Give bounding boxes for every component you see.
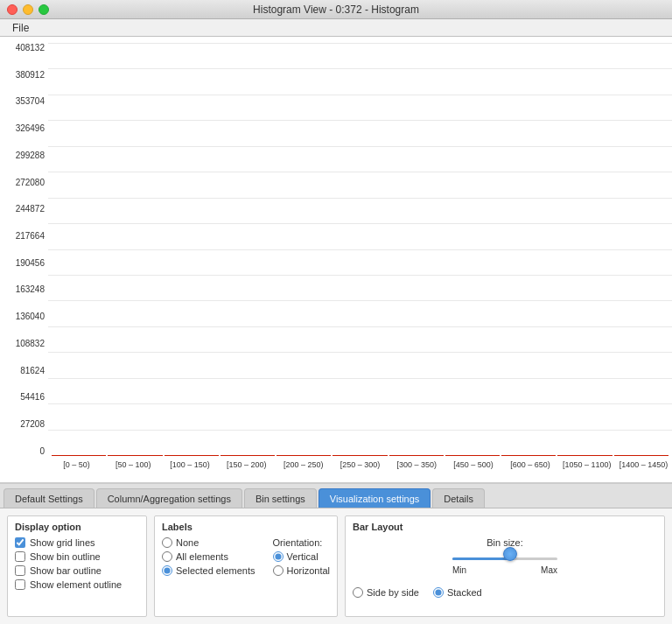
label-all-radio[interactable] — [162, 551, 172, 562]
show-bar-outline-label: Show bar outline — [30, 565, 102, 576]
x-label-3: [150 – 200) — [218, 460, 275, 469]
bar-group-3 — [220, 455, 275, 456]
label-none-label: None — [176, 537, 199, 548]
y-label-5: 272080 — [16, 179, 45, 187]
settings-content: Display option Show grid lines Show bin … — [0, 508, 672, 624]
radio-row-stacked: Stacked — [433, 587, 482, 598]
x-axis: [0 – 50) [50 – 100) [100 – 150) [150 – 2… — [48, 458, 672, 482]
label-none-radio[interactable] — [162, 537, 172, 548]
radio-row-horizontal: Horizontal — [273, 565, 331, 576]
show-bin-outline-label: Show bin outline — [30, 551, 101, 562]
tab-column-aggregation[interactable]: Column/Aggregation settings — [96, 488, 242, 508]
orientation-horizontal-radio[interactable] — [273, 565, 284, 576]
y-axis: 408132 380912 353704 326496 299288 27208… — [0, 44, 48, 456]
bar-4 — [276, 455, 331, 456]
y-label-7: 217664 — [16, 232, 45, 241]
label-all-label: All elements — [176, 551, 228, 562]
bar-group-10 — [614, 455, 668, 456]
bar-group-9 — [557, 455, 612, 456]
slider-fill — [452, 557, 510, 560]
bar-group-7 — [445, 455, 500, 456]
y-label-4: 299288 — [16, 151, 45, 160]
tab-bin-settings[interactable]: Bin settings — [244, 488, 317, 508]
minimize-button[interactable] — [23, 4, 33, 15]
maximize-button[interactable] — [38, 4, 49, 15]
show-element-outline-checkbox[interactable] — [15, 579, 25, 590]
chart-area: 408132 380912 353704 326496 299288 27208… — [0, 37, 672, 483]
checkbox-row-bar: Show bar outline — [15, 565, 139, 576]
bar-group-1 — [108, 455, 162, 456]
x-label-0: [0 – 50) — [48, 460, 105, 469]
chart-plot — [48, 44, 672, 456]
layout-side-by-side-label: Side by side — [367, 587, 419, 598]
bar-5 — [332, 455, 387, 456]
orientation-title: Orientation: — [273, 537, 331, 548]
bar-group-4 — [276, 455, 331, 456]
tab-visualization-settings[interactable]: Visualization settings — [318, 488, 431, 508]
bar-9 — [557, 455, 612, 456]
window-controls[interactable] — [7, 4, 49, 15]
radio-row-selected: Selected elements — [162, 565, 256, 576]
menu-file[interactable]: File — [7, 22, 34, 34]
x-label-6: [300 – 350) — [388, 460, 445, 469]
bar-layout-panel: Bar Layout Bin size: Min Max Side by si — [345, 515, 665, 617]
bar-group-0 — [52, 455, 106, 456]
tab-details[interactable]: Details — [432, 488, 485, 508]
bar-8 — [501, 455, 556, 456]
slider-thumb[interactable] — [503, 547, 517, 561]
window-title: Histogram View - 0:372 - Histogram — [253, 4, 419, 16]
tab-default-settings[interactable]: Default Settings — [4, 488, 94, 508]
slider-max-label: Max — [541, 565, 557, 575]
bin-size-row: Bin size: Min Max — [353, 537, 657, 580]
x-label-4: [200 – 250) — [275, 460, 332, 469]
show-grid-lines-label: Show grid lines — [30, 537, 95, 548]
radio-row-vertical: Vertical — [273, 551, 331, 562]
x-label-2: [100 – 150) — [162, 460, 219, 469]
orientation-horizontal-label: Horizontal — [287, 565, 331, 576]
close-button[interactable] — [7, 4, 18, 15]
y-label-15: 0 — [39, 447, 45, 456]
bar-10 — [614, 455, 668, 456]
radio-row-all: All elements — [162, 551, 256, 562]
radio-options-col: None All elements Selected elements — [162, 537, 256, 576]
x-label-10: [1400 – 1450) — [615, 460, 672, 469]
bar-7 — [445, 455, 500, 456]
y-label-6: 244872 — [16, 205, 45, 214]
tab-bar: Default Settings Column/Aggregation sett… — [0, 484, 672, 508]
y-label-14: 27208 — [20, 420, 45, 429]
x-label-9: [1050 – 1100) — [558, 460, 615, 469]
layout-side-by-side-radio[interactable] — [353, 587, 363, 598]
radio-row-side-by-side: Side by side — [353, 587, 419, 598]
title-bar: Histogram View - 0:372 - Histogram — [0, 0, 672, 19]
bar-2 — [164, 455, 219, 456]
show-bin-outline-checkbox[interactable] — [15, 551, 25, 562]
x-label-8: [600 – 650) — [502, 460, 559, 469]
bar-group-8 — [501, 455, 556, 456]
radio-row-none: None — [162, 537, 256, 548]
bar-1 — [108, 455, 162, 456]
y-label-1: 380912 — [16, 71, 45, 80]
bar-0 — [52, 455, 106, 456]
settings-panel: Default Settings Column/Aggregation sett… — [0, 483, 672, 624]
orientation-vertical-radio[interactable] — [273, 551, 284, 562]
display-option-title: Display option — [15, 522, 139, 532]
min-max-row: Min Max — [452, 565, 557, 575]
layout-stacked-radio[interactable] — [433, 587, 444, 598]
y-label-0: 408132 — [16, 44, 45, 53]
show-grid-lines-checkbox[interactable] — [15, 537, 25, 548]
y-label-8: 190456 — [16, 259, 45, 268]
show-bar-outline-checkbox[interactable] — [15, 565, 25, 576]
labels-title: Labels — [162, 522, 330, 532]
label-selected-radio[interactable] — [162, 565, 172, 576]
bar-group-5 — [332, 455, 387, 456]
y-label-10: 136040 — [16, 312, 45, 321]
display-option-panel: Display option Show grid lines Show bin … — [7, 515, 147, 617]
bin-size-label: Bin size: — [486, 537, 523, 548]
orientation-vertical-label: Vertical — [287, 551, 318, 562]
menu-bar: File — [0, 19, 672, 37]
x-label-5: [250 – 300) — [332, 460, 388, 469]
bin-size-slider-container[interactable] — [452, 551, 557, 565]
layout-stacked-label: Stacked — [447, 587, 482, 598]
x-label-7: [450 – 500) — [445, 460, 502, 469]
bar-6 — [389, 455, 444, 456]
